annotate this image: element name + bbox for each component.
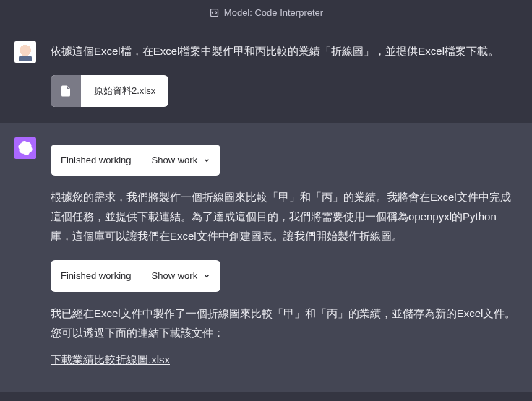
assistant-para-1: 根據您的需求，我們將製作一個折線圖來比較「甲」和「丙」的業績。我將會在Excel… bbox=[51, 187, 518, 246]
assistant-para-2: 我已經在Excel文件中製作了一個折線圖來比較「甲」和「丙」的業績，並儲存為新的… bbox=[51, 303, 518, 342]
finished-working-1[interactable]: Finished working Show work bbox=[51, 145, 220, 176]
status-label: Finished working bbox=[61, 267, 132, 284]
download-link[interactable]: 下載業績比較折線圖.xlsx bbox=[51, 353, 170, 366]
show-work-toggle[interactable]: Show work bbox=[152, 152, 211, 168]
user-text: 依據這個Excel檔，在Excel檔案中製作甲和丙比較的業績「折線圖」，並提供E… bbox=[51, 41, 518, 61]
file-icon bbox=[51, 75, 81, 107]
status-label: Finished working bbox=[61, 152, 132, 168]
user-avatar bbox=[14, 41, 36, 63]
assistant-content: Finished working Show work 根據您的需求，我們將製作一… bbox=[51, 137, 518, 376]
show-work-toggle[interactable]: Show work bbox=[152, 267, 211, 284]
chevron-down-icon bbox=[203, 272, 210, 280]
finished-working-2[interactable]: Finished working Show work bbox=[51, 260, 220, 291]
chevron-down-icon bbox=[203, 157, 210, 164]
file-attachment[interactable]: 原始資料2.xlsx bbox=[51, 75, 168, 107]
assistant-avatar bbox=[14, 137, 36, 159]
model-icon bbox=[209, 7, 220, 18]
file-name: 原始資料2.xlsx bbox=[81, 82, 168, 99]
user-content: 依據這個Excel檔，在Excel檔案中製作甲和丙比較的業績「折線圖」，並提供E… bbox=[51, 41, 518, 107]
model-header: Model: Code Interpreter bbox=[0, 0, 532, 27]
user-message: 依據這個Excel檔，在Excel檔案中製作甲和丙比較的業績「折線圖」，並提供E… bbox=[0, 27, 532, 123]
model-label: Model: Code Interpreter bbox=[224, 7, 323, 18]
assistant-message: Finished working Show work 根據您的需求，我們將製作一… bbox=[0, 123, 532, 392]
